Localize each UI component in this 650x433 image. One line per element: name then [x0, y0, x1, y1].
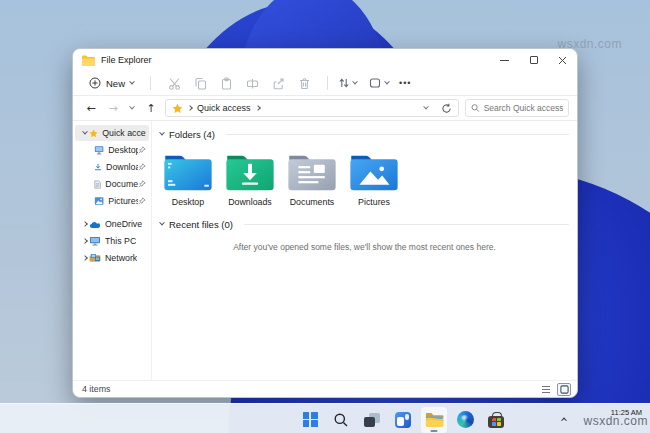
share-button[interactable] [265, 77, 291, 90]
sidebar-item-documents[interactable]: Documents [75, 176, 149, 192]
sort-button[interactable] [338, 77, 357, 89]
edge-button[interactable] [452, 407, 478, 433]
trash-icon [298, 77, 311, 90]
navigation-pane: Quick access Desktop Downloads Documents… [73, 121, 152, 380]
folder-tile-label: Pictures [358, 197, 390, 207]
store-icon [488, 416, 504, 428]
task-view-button[interactable] [359, 407, 385, 433]
store-button[interactable] [483, 407, 509, 433]
folder-tile-pictures[interactable]: Pictures [344, 149, 404, 211]
plus-circle-icon [89, 77, 101, 89]
hidden-icons-button[interactable] [562, 417, 566, 421]
sidebar-item-label: OneDrive [105, 219, 142, 229]
star-icon [89, 128, 98, 139]
sidebar-item-quick-access[interactable]: Quick access [75, 125, 149, 141]
sidebar-item-onedrive[interactable]: OneDrive [75, 216, 149, 232]
chevron-down-icon [384, 79, 390, 85]
view-icon [369, 77, 381, 89]
maximize-button[interactable] [519, 49, 548, 71]
breadcrumb-item[interactable]: Quick access [197, 103, 251, 113]
quick-access-star-icon [172, 103, 183, 114]
chevron-right-icon[interactable] [80, 256, 89, 260]
folder-tile-documents[interactable]: Documents [282, 149, 342, 211]
desktop-folder-icon [162, 152, 214, 192]
task-view-icon [364, 413, 380, 427]
widgets-button[interactable] [390, 407, 416, 433]
window-title: File Explorer [101, 55, 152, 65]
sidebar-item-downloads[interactable]: Downloads [75, 159, 149, 175]
share-icon [272, 77, 285, 90]
rename-button[interactable] [239, 77, 265, 90]
picture-icon [94, 196, 104, 206]
copy-button[interactable] [187, 77, 213, 90]
folder-icon [82, 55, 95, 66]
widgets-icon [395, 412, 411, 428]
close-button[interactable] [548, 49, 577, 71]
pin-icon [138, 180, 146, 188]
edge-icon [457, 411, 474, 428]
sidebar-item-network[interactable]: Network [75, 250, 149, 266]
address-dropdown-icon[interactable] [423, 104, 429, 110]
network-icon [89, 253, 101, 263]
recent-files-empty-message: After you've opened some files, we'll sh… [160, 242, 569, 252]
sidebar-item-label: Quick access [102, 128, 146, 138]
forward-button[interactable]: → [105, 102, 121, 115]
sidebar-item-pictures[interactable]: Pictures [75, 193, 149, 209]
details-view-button[interactable] [539, 383, 553, 396]
chevron-down-icon[interactable] [160, 222, 164, 226]
view-button[interactable] [369, 77, 389, 89]
new-button[interactable]: New [83, 75, 140, 91]
folder-tile-label: Downloads [228, 197, 272, 207]
folder-tile-label: Documents [290, 197, 335, 207]
delete-button[interactable] [291, 77, 317, 90]
toolbar-divider [327, 76, 328, 90]
section-rule [244, 224, 569, 225]
download-arrow-icon [94, 162, 102, 172]
chevron-right-icon[interactable] [80, 222, 89, 226]
pin-icon [138, 197, 146, 205]
close-icon [558, 56, 567, 65]
title-bar[interactable]: File Explorer [73, 49, 577, 71]
rename-icon [246, 77, 259, 90]
taskbar-file-explorer-button[interactable] [421, 407, 447, 433]
taskbar-search-button[interactable] [328, 407, 354, 433]
search-input[interactable] [484, 103, 563, 113]
large-icons-view-icon [560, 385, 569, 394]
watermark: wsxdn.com [583, 414, 648, 428]
paste-button[interactable] [213, 77, 239, 90]
sidebar-item-desktop[interactable]: Desktop [75, 142, 149, 158]
search-box[interactable] [465, 99, 569, 117]
document-icon [94, 179, 101, 190]
breadcrumb-separator-icon [187, 105, 193, 111]
recent-files-section-title: Recent files (0) [169, 219, 233, 230]
minimize-button[interactable] [490, 49, 519, 71]
start-button[interactable] [297, 407, 323, 433]
computer-icon [89, 236, 101, 246]
folder-tile-downloads[interactable]: Downloads [220, 149, 280, 211]
chevron-down-icon[interactable] [80, 131, 89, 135]
chevron-down-icon[interactable] [160, 132, 164, 136]
toolbar-divider [150, 76, 151, 90]
folder-tile-desktop[interactable]: Desktop [158, 149, 218, 211]
large-icons-view-button[interactable] [557, 383, 571, 396]
refresh-icon[interactable] [441, 103, 452, 114]
section-rule [226, 134, 569, 135]
folders-section-header[interactable]: Folders (4) [160, 127, 569, 141]
breadcrumb-bar[interactable]: Quick access [165, 99, 459, 117]
more-options-button[interactable]: ••• [399, 78, 411, 88]
chevron-down-icon [129, 104, 135, 110]
back-button[interactable]: ← [83, 102, 99, 115]
file-explorer-window: File Explorer New [72, 48, 578, 398]
pictures-folder-icon [348, 152, 400, 192]
sidebar-item-this-pc[interactable]: This PC [75, 233, 149, 249]
cut-icon [168, 77, 181, 90]
recent-locations-button[interactable] [127, 106, 137, 110]
up-button[interactable]: ↑ [143, 102, 159, 115]
chevron-right-icon[interactable] [80, 239, 89, 243]
breadcrumb-separator-icon [255, 105, 261, 111]
cut-button[interactable] [161, 77, 187, 90]
sidebar-item-label: Network [105, 253, 137, 263]
recent-files-section-header[interactable]: Recent files (0) [160, 217, 569, 231]
new-button-label: New [106, 78, 125, 89]
sidebar-item-label: Desktop [108, 145, 138, 155]
